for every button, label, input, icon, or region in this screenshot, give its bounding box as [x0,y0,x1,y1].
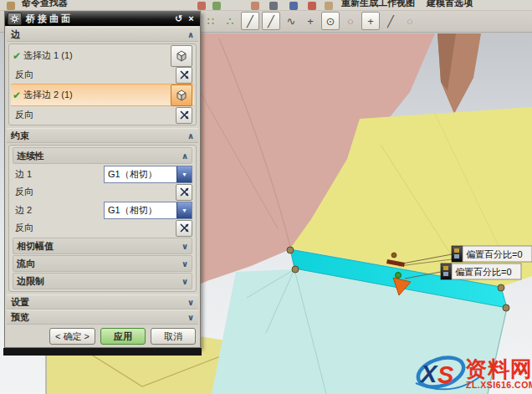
circle-center-icon[interactable]: ⊙ [321,12,340,30]
select-edge-1-button[interactable] [171,45,192,67]
line-tool-icon[interactable]: ╱ [241,12,259,30]
handle-point[interactable] [391,253,396,258]
section-preview[interactable]: 预览 ∨ [7,310,198,325]
constraints-group: 连续性 ∧ 边 1 G1（相切） ▼ 反向 [8,145,197,292]
edge1-continuity-row: 边 1 G1（相切） ▼ [11,165,194,183]
edge1-continuity-select[interactable]: G1（相切） ▼ [104,166,192,183]
chevron-up-icon: ∧ [187,30,194,39]
chevron-down-icon: ∨ [182,242,188,251]
edge-point[interactable] [498,284,504,291]
chevron-down-icon: ∨ [187,298,194,307]
menu-row: 命令查找器 重新生成工作视图建模首选项 [0,0,532,11]
select-edge-2-row[interactable]: ✔ 选择边 2 (1) [11,84,194,106]
toolbar-icon-partial[interactable] [212,2,221,10]
offset-callout-1[interactable]: 偏置百分比=0 [452,246,532,262]
edge-point[interactable] [287,247,294,253]
toolbar-icon-partial[interactable] [197,2,206,10]
flow-direction-header[interactable]: 流向 ∨ [13,255,192,272]
gear-icon [10,14,19,23]
cube-icon [175,49,188,63]
point-cluster-icon[interactable]: ∴ [222,13,238,29]
swap-direction-icon [179,187,190,197]
check-icon: ✔ [13,90,21,101]
reverse-4-row: 反向 [11,219,194,237]
edge2-label: 边 2 [15,204,32,217]
line-slash-icon[interactable]: ╱ [382,13,399,29]
chevron-down-icon: ∨ [182,277,188,286]
apply-button[interactable]: 应用 [100,328,146,345]
point-plus-icon[interactable]: + [361,12,380,30]
handle-sphere[interactable] [396,273,402,279]
dialog-bottom-shadow [3,348,202,356]
toolbar-icon-partial[interactable] [289,2,298,10]
modeling-preferences-item[interactable]: 建模首选项 [427,0,473,8]
tangent-magnitude-header[interactable]: 相切幅值 ∨ [13,238,192,254]
dialog-title: 桥接曲面 [26,13,172,25]
regenerate-work-view-item[interactable]: 重新生成工作视图 [341,0,415,8]
continuity-label: 连续性 [17,150,44,162]
preview-label: 预览 [11,311,29,324]
watermark-logo-s: S [437,361,454,388]
edge-limit-label: 边限制 [17,275,44,288]
offset-callout-2[interactable]: 偏置百分比=0 [441,264,521,279]
finder-icon[interactable] [7,2,15,10]
dialog-reset-icon[interactable]: ↺ [172,13,185,24]
swap-direction-icon [179,110,190,120]
toolbar-icon-partial[interactable] [251,2,259,10]
chevron-down-icon[interactable]: ▼ [176,166,192,182]
swap-direction-icon [179,69,190,80]
edge-point[interactable] [503,304,509,311]
ellipse-tool-icon[interactable]: ○ [342,13,359,29]
section-constraints[interactable]: 约束 ∧ [7,128,198,143]
datum-axis-icon[interactable]: + [302,13,319,29]
spline-tool-icon[interactable]: ∿ [283,13,299,29]
reverse-1-button[interactable] [176,67,192,84]
select-edge-1-row[interactable]: ✔ 选择边 1 (1) [11,45,194,66]
select-edge-2-button[interactable] [171,84,192,106]
snap-points-icon[interactable]: ∷ [202,13,219,29]
swap-direction-icon [179,223,190,233]
dialog-menu-icon[interactable] [8,13,22,25]
edge-limit-header[interactable]: 边限制 ∨ [13,273,192,289]
flow-direction-label: 流向 [17,258,35,270]
cancel-button[interactable]: 取消 [151,328,196,345]
edge-point[interactable] [292,266,299,273]
section-constraints-label: 约束 [11,130,29,142]
note-tool-icon[interactable]: ○ [402,13,418,29]
chevron-down-icon[interactable]: ▼ [176,202,192,218]
edge-selection-group: ✔ 选择边 1 (1) 反向 [8,43,197,125]
bridge-surface-dialog: 桥接曲面 ↺ × 边 ∧ ✔ 选择边 1 (1) [4,11,201,348]
nx-application-window: 命令查找器 重新生成工作视图建模首选项 ∷ ∴ ╱ ╱ ∿ + ⊙ ○ + ╱ [0,0,532,394]
check-icon: ✔ [13,50,21,62]
select-edge-1-label: 选择边 1 (1) [23,49,73,62]
tangent-magnitude-label: 相切幅值 [17,240,54,253]
chevron-up-icon: ∧ [182,151,188,161]
edge2-continuity-select[interactable]: G1（相切） ▼ [104,202,192,219]
reverse-4-button[interactable] [176,220,192,237]
toolbar-icon-partial[interactable] [308,2,316,10]
section-settings[interactable]: 设置 ∨ [7,294,198,310]
reverse-2-button[interactable] [176,107,192,124]
watermark-logo-x: X [419,361,438,387]
command-finder-label[interactable]: 命令查找器 [22,0,68,9]
cube-icon [175,89,188,102]
edge1-label: 边 1 [15,168,32,181]
line-tool2-icon[interactable]: ╱ [262,12,280,30]
continuity-header[interactable]: 连续性 ∧ [13,147,192,164]
settings-label: 设置 [11,296,29,309]
toolbar-icon-partial[interactable] [325,2,333,10]
reverse-3-label: 反向 [15,186,33,198]
chevron-down-icon: ∨ [187,313,194,322]
offset-label-1: 偏置百分比=0 [466,249,523,259]
edge1-continuity-value: G1（相切） [105,166,176,182]
toolbar-icon-partial[interactable] [269,2,278,10]
watermark-url: ZL.XSI616.COM [466,380,532,390]
ok-button[interactable]: < 确定 > [49,328,95,345]
section-edge[interactable]: 边 ∧ [7,27,198,42]
reverse-3-button[interactable] [176,184,192,201]
watermark-name: 资料网 [465,356,532,381]
reverse-1-row: 反向 [11,66,194,84]
reverse-2-row: 反向 [11,106,194,124]
dialog-close-icon[interactable]: × [185,13,197,24]
dialog-title-bar[interactable]: 桥接曲面 ↺ × [5,12,200,26]
